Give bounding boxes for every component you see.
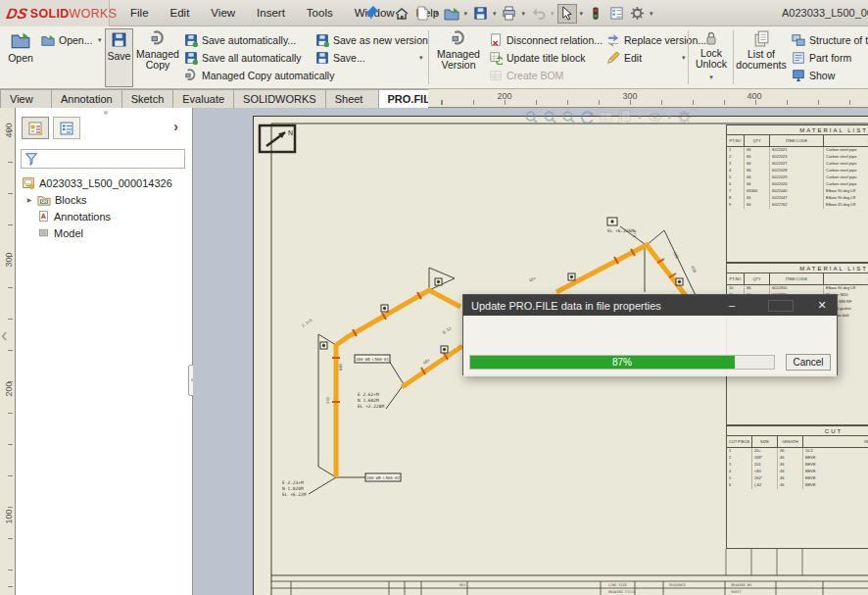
- print-caret-icon[interactable]: ▾: [520, 10, 528, 18]
- open-button[interactable]: Open: [4, 28, 37, 87]
- settings-caret-icon[interactable]: ▾: [648, 10, 655, 18]
- new-document-caret-icon[interactable]: ▾: [433, 10, 441, 18]
- tab-solidworks-add-ins[interactable]: SOLIDWORKS Add-Ins: [233, 89, 326, 108]
- save-dots-button[interactable]: Save...: [315, 50, 365, 66]
- zoom-area-icon[interactable]: [543, 110, 557, 124]
- table-row: 3666022027Carbon steel pipe: [727, 161, 868, 168]
- view-settings-icon: [677, 110, 692, 124]
- save-automatically-button[interactable]: Save automatically...: [184, 32, 296, 48]
- menu-file[interactable]: File: [120, 0, 160, 26]
- table-header-cell: QTY: [745, 135, 770, 146]
- menu-tools[interactable]: Tools: [296, 0, 344, 26]
- panel-collapse-chevron-icon[interactable]: ‹: [1, 323, 8, 346]
- select-cursor-icon[interactable]: [557, 4, 577, 24]
- dialog-title-bar[interactable]: Update PRO.FILE data in file properties …: [463, 295, 837, 316]
- filter-funnel-icon: [24, 152, 38, 166]
- pin-menubar-icon[interactable]: [364, 5, 380, 21]
- edit-button[interactable]: Edit: [606, 50, 642, 66]
- table-row: 4666022028Carbon steel pipe: [727, 168, 868, 174]
- table-header-cell: PT.NO: [727, 135, 745, 146]
- panel-grip-icon[interactable]: [104, 111, 108, 115]
- menubar: DSSOLIDWORKS File Edit View Insert Tools…: [0, 0, 868, 26]
- save-dots-caret-icon[interactable]: ▾: [419, 54, 423, 62]
- undo-icon: [528, 4, 548, 24]
- home-icon[interactable]: [392, 4, 411, 24]
- tree-item-annotations[interactable]: Annotations: [16, 208, 192, 224]
- h-ruler-300: 300: [622, 91, 637, 101]
- zoom-in-out-icon[interactable]: [561, 110, 576, 124]
- horizontal-ruler: 200 300 400: [428, 89, 868, 108]
- lock-unlock-button[interactable]: Lock Unlock ▾: [692, 28, 731, 87]
- window-document-title: A023033_L500_000014: [782, 0, 868, 26]
- hide-show-items-icon[interactable]: [648, 110, 662, 124]
- open-caret-icon[interactable]: ▾: [462, 10, 470, 18]
- structure-of-the-button[interactable]: Structure of the: [792, 32, 868, 48]
- expander-icon[interactable]: ▶: [25, 196, 33, 203]
- tab-sheet-format[interactable]: Sheet Format: [325, 89, 379, 108]
- open-small-caret-icon[interactable]: ▾: [98, 36, 102, 44]
- part-form-button[interactable]: Part form: [792, 50, 851, 66]
- save-as-new-version-button[interactable]: Save as new version: [315, 32, 428, 48]
- display-pane-tab[interactable]: [53, 117, 80, 139]
- update-profile-dialog: Update PRO.FILE data in file properties …: [462, 294, 838, 375]
- tree-item-blocks[interactable]: ▶ Blocks: [16, 191, 192, 208]
- table-header-cell: ITEM CODE: [770, 135, 824, 146]
- table-row: 4<8046BEVE: [727, 469, 868, 475]
- dialog-title: Update PRO.FILE data in file properties: [471, 300, 661, 312]
- solidworks-logo: DSSOLIDWORKS: [0, 0, 110, 26]
- lock-unlock-caret-icon[interactable]: ▾: [709, 74, 713, 80]
- cut-list-table: CUT CUT PIECESIZELENGTHIN PRO 120+4610.2…: [726, 425, 868, 549]
- dialog-body: 87% Cancel: [463, 316, 837, 376]
- disconnect-relation-button[interactable]: Disconnect relation...: [489, 32, 603, 48]
- table-header-cell: LENGTH: [778, 436, 803, 447]
- panel-expand-chevron-icon[interactable]: ›: [173, 119, 178, 134]
- table-header-cell: PT.NO: [727, 273, 745, 284]
- document-properties-icon[interactable]: [606, 4, 626, 24]
- managed-version-button[interactable]: Managed Version: [432, 28, 485, 87]
- zoom-fit-icon[interactable]: [524, 110, 539, 124]
- hide-show-caret-icon[interactable]: ▾: [666, 114, 674, 122]
- print-icon[interactable]: [500, 4, 519, 24]
- open-small-button[interactable]: Open...: [41, 32, 92, 48]
- menu-edit[interactable]: Edit: [160, 0, 201, 26]
- save-all-automatically-button[interactable]: Save all automatically: [184, 50, 302, 66]
- save-button[interactable]: Save: [105, 28, 133, 87]
- open-icon[interactable]: [442, 4, 461, 24]
- table-row: 2666022023Carbon steel pipe: [727, 154, 868, 161]
- tree-item-model[interactable]: Model: [16, 224, 192, 241]
- cancel-button[interactable]: Cancel: [786, 354, 831, 371]
- dialog-minimize-button[interactable]: –: [717, 295, 747, 316]
- v-ruler-100: 100: [4, 509, 14, 523]
- menu-view[interactable]: View: [200, 0, 246, 26]
- quick-access-toolbar: ▾ ▾ ▾ ▾ ▾ ▾ ▾: [392, 0, 655, 26]
- table-row: 5666022029Carbon steel pipe: [727, 174, 868, 181]
- list-of-documents-button[interactable]: List of documents: [736, 28, 787, 87]
- tab-annotation[interactable]: Annotation: [51, 89, 122, 108]
- dialog-maximize-button: [768, 300, 794, 312]
- profile-status-icon[interactable]: [586, 4, 605, 24]
- feature-tree-tab[interactable]: [22, 117, 49, 139]
- managed-copy-button[interactable]: Managed Copy: [135, 28, 180, 87]
- rotate-view-icon[interactable]: [580, 110, 595, 124]
- table-row: 10666022810Elbow 90 deg LR: [727, 285, 868, 292]
- tree-root-row[interactable]: A023033_L500_000014326: [16, 174, 192, 191]
- settings-gear-icon[interactable]: [627, 4, 647, 24]
- view-orientation-caret-icon: ▾: [636, 114, 644, 122]
- managed-copy-automatically-button[interactable]: Managed Copy automatically: [184, 68, 334, 83]
- show-button[interactable]: Show: [792, 68, 835, 83]
- dialog-close-button[interactable]: ✕: [807, 295, 837, 316]
- tab-view-layout[interactable]: View Layout: [0, 89, 52, 108]
- save-icon[interactable]: [470, 4, 490, 24]
- update-title-block-button[interactable]: Update title block: [489, 50, 586, 66]
- table-header-cell: CUT PIECE: [727, 436, 752, 447]
- tree-filter-input[interactable]: [21, 149, 185, 169]
- new-document-icon[interactable]: [412, 4, 432, 24]
- logo-ds: DS: [5, 5, 28, 22]
- feature-manager-panel: › A023033_L500_000014326 ▶ Blocks Annota…: [16, 108, 193, 595]
- select-caret-icon[interactable]: ▾: [578, 10, 586, 18]
- save-caret-icon[interactable]: ▾: [491, 10, 499, 18]
- menu-insert[interactable]: Insert: [246, 0, 296, 26]
- tab-sketch[interactable]: Sketch: [121, 89, 174, 108]
- edit-caret-icon[interactable]: ▾: [682, 54, 686, 62]
- tab-evaluate[interactable]: Evaluate: [172, 89, 234, 108]
